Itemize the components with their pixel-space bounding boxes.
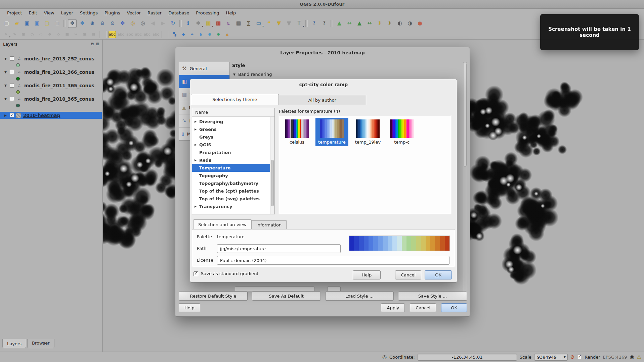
tree-item[interactable]: ▶ Temperature [192, 164, 274, 172]
collapse-arrow-icon[interactable]: ▼ [233, 73, 235, 76]
toolbar-icon[interactable]: ◎▾ [128, 19, 137, 28]
tree-item[interactable]: ▶ Reds [192, 156, 274, 164]
toolbar-icon[interactable]: ❝▾ [264, 19, 273, 28]
path-input[interactable] [217, 244, 341, 253]
stop-render-icon[interactable]: ⊘ [570, 355, 575, 360]
dialog-button[interactable]: Cancel [410, 303, 436, 312]
style-action-button[interactable]: Save Style ... [398, 292, 467, 301]
coordinate-field[interactable]: -126.34,45.01 [418, 354, 517, 361]
tree-item[interactable]: ▶ Transparency [192, 203, 274, 210]
toolbar-icon[interactable]: ⊕▾ [215, 31, 222, 38]
tree-item[interactable]: ▶ Topography [192, 172, 274, 179]
toolbar-icon[interactable]: ?▾ [310, 19, 318, 28]
toolbar-icon[interactable]: ✥▾ [78, 19, 87, 28]
expand-arrow-icon[interactable]: ▶ [195, 143, 198, 146]
menu-item[interactable]: Plugins [101, 9, 123, 16]
expand-arrow-icon[interactable]: ▶ [4, 114, 8, 117]
toolbar-icon[interactable]: ▰▾ [12, 19, 21, 28]
toolbar-icon[interactable]: ○▾ [29, 31, 36, 38]
preview-tab[interactable]: Selection and preview [193, 219, 252, 229]
toolbar-icon[interactable]: ▣▾ [20, 31, 27, 38]
toolbar-icon[interactable]: ✥▾ [68, 19, 77, 28]
dialog-scrollbar[interactable] [463, 62, 467, 301]
toolbar-icon[interactable]: ↔▾ [365, 19, 374, 28]
toolbar-icon[interactable]: ✂▾ [72, 31, 80, 38]
cpt-tab[interactable]: All by author [279, 95, 367, 105]
projection-icon[interactable]: ◉ [630, 355, 634, 360]
scrollbar-thumb[interactable] [464, 63, 467, 167]
expand-arrow-icon[interactable]: ▶ [195, 159, 198, 162]
tree-item[interactable]: ▶ Top of the (cpt) palettes [192, 187, 274, 195]
layer-item[interactable]: ▶ ∴ 2010-heatmap [0, 112, 102, 119]
tree-item[interactable]: ▶ QGIS [192, 141, 274, 149]
messages-warning-icon[interactable]: ⚠ [637, 355, 641, 360]
palette-item[interactable]: celsius [283, 118, 311, 146]
layer-visibility-checkbox[interactable] [10, 56, 14, 61]
tree-item[interactable]: ▶ Greys [192, 133, 274, 141]
toolbar-icon[interactable]: ?▾ [320, 19, 329, 28]
expand-arrow-icon[interactable]: ▼ [4, 57, 8, 60]
layer-visibility-checkbox[interactable] [10, 113, 14, 117]
license-input[interactable] [217, 256, 449, 265]
layer-visibility-checkbox[interactable] [10, 97, 14, 101]
save-gradient-checkbox[interactable] [194, 271, 198, 276]
toolbar-icon[interactable]: ▣▾ [81, 31, 88, 38]
toolbar-icon[interactable]: abc▾ [117, 31, 125, 38]
toolbar-icon[interactable]: ▼▾ [285, 19, 293, 28]
toolbar-icon[interactable]: ∑▾ [244, 19, 253, 28]
toolbar-icon[interactable]: ✥▾ [46, 31, 53, 38]
toolbar-icon[interactable]: ▣▾ [23, 19, 31, 28]
toolbar-icon[interactable]: ✎▾ [2, 31, 10, 38]
tree-item[interactable]: ▶ Greens [192, 125, 274, 133]
toolbar-icon[interactable]: ✥▾ [118, 19, 127, 28]
toolbar-icon[interactable]: ◗▾ [197, 31, 205, 38]
toolbar-icon[interactable]: ⊙▾ [108, 19, 117, 28]
layer-visibility-checkbox[interactable] [10, 70, 14, 74]
palette-item[interactable]: temperature [315, 118, 348, 146]
dialog-button[interactable]: Help [179, 303, 200, 312]
palette-item[interactable]: temp-c [387, 118, 416, 146]
toolbar-icon[interactable]: ▢▾ [43, 19, 51, 28]
style-action-button[interactable]: Restore Default Style [179, 292, 248, 301]
preview-tab[interactable]: Information [252, 220, 287, 229]
dialog-button[interactable]: Apply [381, 303, 405, 312]
scale-combobox[interactable]: 9384949 ▼ [534, 354, 568, 361]
toolbar-icon[interactable]: ◐▾ [395, 19, 404, 28]
tree-item[interactable]: ▶ Precipitation [192, 149, 274, 156]
properties-sidebar-item[interactable]: ⚒ General [179, 62, 229, 75]
dialog-button[interactable]: Cancel [395, 270, 421, 279]
layer-item[interactable]: ▼ ∴ modis_fire_2010_365_conus [0, 95, 102, 109]
toolbar-icon[interactable]: ▦▾ [204, 19, 213, 28]
toolbar-icon[interactable]: ▢▾ [53, 19, 61, 28]
toolbar-icon[interactable]: T▾ [295, 19, 303, 28]
toolbar-icon[interactable]: ▭▾ [254, 19, 263, 28]
toolbar-icon[interactable]: abc▾ [135, 31, 142, 38]
toolbar-icon[interactable]: ▤▾ [90, 31, 97, 38]
toolbar-icon[interactable]: ⊖▾ [98, 19, 107, 28]
toolbar-icon[interactable]: ▼▾ [274, 19, 283, 28]
palette-item[interactable]: temp_19lev [352, 118, 383, 146]
tree-item[interactable]: ▶ Diverging [192, 118, 274, 125]
toolbar-icon[interactable]: ε▾ [224, 19, 233, 28]
menu-item[interactable]: Vector [124, 9, 144, 16]
layer-visibility-checkbox[interactable] [10, 83, 14, 88]
toolbar-icon[interactable]: ◎▾ [138, 19, 147, 28]
toolbar-icon[interactable]: ▲▾ [223, 31, 231, 38]
menu-item[interactable]: Edit [26, 9, 40, 16]
toolbar-icon[interactable]: ●▾ [416, 19, 424, 28]
expand-arrow-icon[interactable]: ▼ [4, 70, 8, 74]
toolbar-icon[interactable]: ✱▾ [194, 19, 203, 28]
toolbar-icon[interactable]: ◆▾ [180, 31, 187, 38]
expand-arrow-icon[interactable]: ▼ [4, 84, 8, 87]
toolbar-icon[interactable]: abc▾ [152, 31, 160, 38]
menu-item[interactable]: Processing [193, 9, 222, 16]
toolbar-icon[interactable]: ◇▾ [55, 31, 62, 38]
toolbar-icon[interactable]: ▶▾ [159, 19, 167, 28]
toolbar-icon[interactable]: abc▾ [109, 31, 116, 38]
toolbar-icon[interactable]: ▲▾ [335, 19, 344, 28]
layer-item[interactable]: ▼ ∴ modis_fire_2011_365_conus [0, 82, 102, 95]
cpt-tab[interactable]: Selections by theme [191, 94, 279, 105]
toolbar-icon[interactable]: ✒▾ [188, 31, 196, 38]
toolbar-icon[interactable]: ▦▾ [234, 19, 243, 28]
tree-scrollbar[interactable] [270, 117, 274, 214]
